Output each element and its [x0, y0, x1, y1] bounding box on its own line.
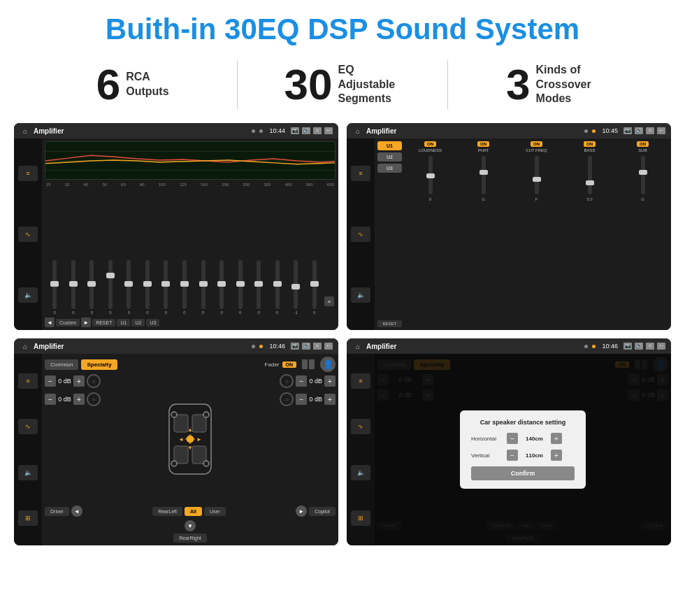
- loudness-on-badge[interactable]: ON: [424, 141, 436, 147]
- amp-sidebar-btn-2[interactable]: ∿: [351, 227, 370, 242]
- fader-back-icon[interactable]: ↩: [324, 343, 333, 350]
- fader-plus-1[interactable]: +: [73, 375, 85, 387]
- eq-sliders: 0 0 0 5 0 0 0 0 0 0 0 0 0 -1 0: [45, 189, 336, 315]
- eq-slider-9[interactable]: 0: [194, 260, 212, 315]
- dist-close-icon[interactable]: ✕: [646, 343, 654, 350]
- cutfreq-slider[interactable]: [511, 154, 562, 196]
- svg-text:▲: ▲: [187, 427, 193, 433]
- modal-title: Car speaker distance setting: [471, 419, 575, 426]
- rear-left-btn[interactable]: RearLeft: [152, 507, 182, 516]
- dist-sidebar-btn-1[interactable]: ≡: [351, 373, 370, 389]
- eq-sidebar-btn-3[interactable]: 🔈: [18, 287, 38, 303]
- eq-u2-btn[interactable]: U2: [131, 319, 145, 327]
- dist-sidebar-btn-2[interactable]: ∿: [351, 419, 370, 434]
- dist-camera-icon: 📷: [623, 343, 632, 350]
- amp-close-icon[interactable]: ✕: [646, 127, 654, 134]
- eq-slider-8[interactable]: 0: [176, 260, 194, 315]
- fader-sidebar-btn-3[interactable]: 🔈: [18, 465, 38, 480]
- eq-slider-7[interactable]: 0: [157, 260, 175, 315]
- fader-sidebar-btn-2[interactable]: ∿: [18, 419, 38, 434]
- amp-sidebar-btn-1[interactable]: ≡: [351, 166, 370, 181]
- cutfreq-on-badge[interactable]: ON: [531, 141, 542, 147]
- all-btn[interactable]: All: [185, 507, 202, 516]
- eq-next-btn[interactable]: ►: [81, 317, 91, 327]
- loudness-slider[interactable]: [405, 154, 456, 196]
- eq-u3-btn[interactable]: U3: [146, 319, 159, 327]
- phat-label: PHAT: [478, 148, 489, 152]
- eq-prev-btn[interactable]: ◄: [45, 317, 55, 327]
- eq-slider-2[interactable]: 0: [65, 260, 82, 315]
- dist-home-icon[interactable]: ⌂: [352, 341, 363, 351]
- fader-minus-1[interactable]: −: [45, 375, 56, 387]
- fader-sidebar-btn-4[interactable]: ⊞: [18, 510, 38, 526]
- bass-on-badge[interactable]: ON: [584, 141, 596, 147]
- copilot-btn[interactable]: Copilot: [309, 507, 336, 516]
- dist-back-icon[interactable]: ↩: [657, 343, 665, 350]
- horizontal-plus-btn[interactable]: +: [551, 433, 562, 444]
- eq-slider-4[interactable]: 5: [102, 260, 120, 315]
- eq-status-bar: ⌂ Amplifier 10:44 📷 🔊 ✕ ↩: [14, 123, 338, 138]
- sub-slider[interactable]: [617, 154, 668, 196]
- arrow-down-btn[interactable]: ▼: [185, 520, 196, 531]
- arrow-right-btn[interactable]: ►: [296, 506, 307, 517]
- svg-rect-6: [174, 446, 188, 464]
- fader-specialty-tab[interactable]: Specialty: [81, 359, 117, 370]
- rear-right-btn[interactable]: RearRight: [173, 533, 207, 543]
- user-btn[interactable]: User: [204, 507, 226, 516]
- phat-slider[interactable]: [458, 154, 509, 196]
- amp-sidebar-btn-3[interactable]: 🔈: [351, 287, 370, 303]
- eq-slider-3[interactable]: 0: [83, 260, 101, 315]
- fader-plus-4[interactable]: +: [324, 394, 336, 405]
- svg-rect-5: [192, 415, 206, 432]
- horizontal-minus-btn[interactable]: −: [507, 433, 518, 444]
- close-icon[interactable]: ✕: [313, 127, 322, 134]
- eq-slider-15[interactable]: 0: [305, 260, 323, 315]
- fader-minus-4[interactable]: −: [296, 394, 307, 405]
- fader-plus-3[interactable]: +: [324, 375, 336, 387]
- eq-slider-10[interactable]: 0: [213, 260, 231, 315]
- phat-on-badge[interactable]: ON: [477, 141, 489, 147]
- fader-sidebar-btn-1[interactable]: ≡: [18, 373, 38, 389]
- home-icon[interactable]: ⌂: [20, 126, 31, 136]
- eq-sidebar-btn-2[interactable]: ∿: [18, 227, 38, 242]
- fader-common-tab[interactable]: Common: [45, 359, 78, 370]
- stat-rca-number: 6: [96, 63, 120, 106]
- sub-on-badge[interactable]: ON: [637, 141, 649, 147]
- eq-slider-6[interactable]: 0: [139, 260, 157, 315]
- eq-u1-btn[interactable]: U1: [117, 319, 130, 327]
- eq-slider-5[interactable]: 0: [120, 260, 138, 315]
- eq-reset-btn[interactable]: RESET: [92, 319, 115, 327]
- arrow-left-btn[interactable]: ◄: [71, 506, 82, 517]
- fader-home-icon[interactable]: ⌂: [20, 341, 31, 351]
- eq-slider-13[interactable]: 0: [268, 260, 286, 315]
- driver-btn[interactable]: Driver: [45, 507, 69, 516]
- amp-back-icon[interactable]: ↩: [657, 127, 665, 134]
- fader-close-icon[interactable]: ✕: [313, 343, 322, 350]
- eq-sidebar-btn-1[interactable]: ≡: [18, 166, 38, 181]
- vertical-label: Vertical: [471, 452, 503, 459]
- amp-time: 10:45: [602, 127, 618, 134]
- eq-slider-1[interactable]: 0: [46, 260, 64, 315]
- eq-slider-12[interactable]: 0: [250, 260, 268, 315]
- fader-minus-3[interactable]: −: [296, 375, 307, 387]
- vertical-minus-btn[interactable]: −: [507, 450, 518, 461]
- confirm-button[interactable]: Confirm: [471, 466, 575, 480]
- dist-sidebar-btn-4[interactable]: ⊞: [351, 510, 370, 526]
- dist-sidebar-btn-3[interactable]: 🔈: [351, 465, 370, 480]
- back-icon[interactable]: ↩: [324, 127, 333, 134]
- bass-slider[interactable]: [564, 154, 615, 196]
- vertical-row: Vertical − 110cm +: [471, 450, 575, 461]
- eq-slider-14[interactable]: -1: [287, 260, 305, 315]
- eq-slider-11[interactable]: 0: [231, 260, 249, 315]
- amp-home-icon[interactable]: ⌂: [352, 126, 363, 136]
- vertical-plus-btn[interactable]: +: [551, 450, 562, 461]
- eq-scroll-right[interactable]: »: [324, 296, 334, 306]
- amp-u2-btn[interactable]: U2: [377, 152, 402, 162]
- fader-plus-2[interactable]: +: [73, 394, 85, 405]
- fader-db-value-2: 0 dB: [58, 396, 71, 403]
- amp-u1-btn[interactable]: U1: [377, 141, 402, 150]
- amp-reset-btn[interactable]: RESET: [377, 320, 402, 327]
- amp-u3-btn[interactable]: U3: [377, 164, 402, 173]
- fader-on-badge[interactable]: ON: [282, 361, 297, 368]
- fader-minus-2[interactable]: −: [45, 394, 56, 405]
